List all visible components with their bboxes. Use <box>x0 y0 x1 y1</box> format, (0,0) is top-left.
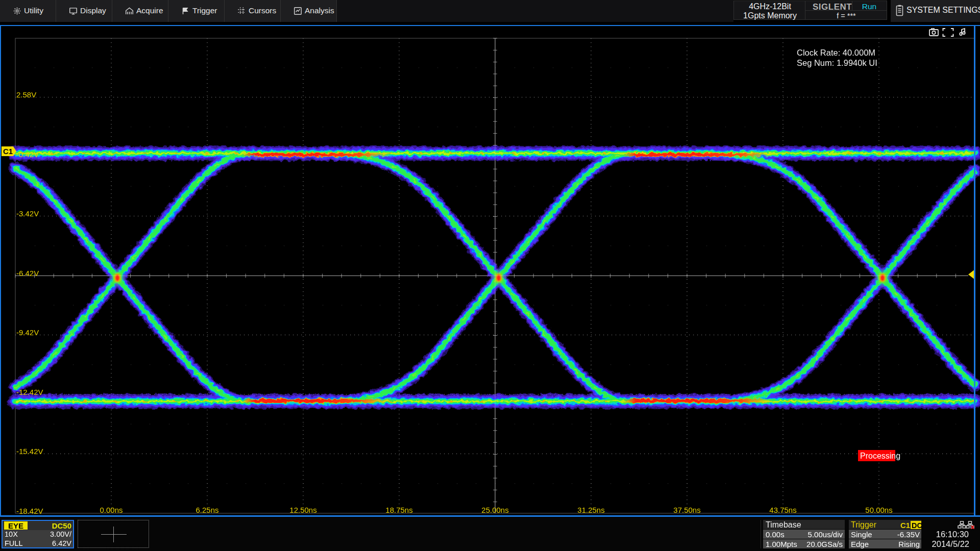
svg-text:Clock Rate: 40.000M: Clock Rate: 40.000M <box>797 48 875 57</box>
svg-text:Seg Num: 1.9940k UI: Seg Num: 1.9940k UI <box>797 58 877 67</box>
svg-text:6.25ns: 6.25ns <box>195 506 218 514</box>
svg-text:-3.42V: -3.42V <box>16 209 39 218</box>
svg-text:43.75ns: 43.75ns <box>769 506 796 514</box>
svg-text:31.25ns: 31.25ns <box>577 506 604 514</box>
svg-text:18.75ns: 18.75ns <box>385 506 412 514</box>
svg-text:12.50ns: 12.50ns <box>289 506 316 514</box>
svg-text:2.58V: 2.58V <box>16 90 36 99</box>
svg-text:-6.42V: -6.42V <box>16 269 39 278</box>
svg-text:-18.42V: -18.42V <box>16 507 43 515</box>
svg-text:x: x <box>971 523 975 529</box>
svg-text:Processing: Processing <box>860 452 900 460</box>
svg-text:0.00ns: 0.00ns <box>100 506 122 514</box>
svg-text:37.50ns: 37.50ns <box>673 506 700 514</box>
svg-text:-15.42V: -15.42V <box>16 447 43 456</box>
svg-text:-9.42V: -9.42V <box>16 328 39 337</box>
svg-text:25.00ns: 25.00ns <box>481 506 508 514</box>
svg-text:-12.42V: -12.42V <box>16 388 43 396</box>
svg-text:-0.42V: -0.42V <box>16 150 39 159</box>
svg-text:50.00ns: 50.00ns <box>865 506 892 514</box>
svg-text:C1: C1 <box>3 147 13 156</box>
